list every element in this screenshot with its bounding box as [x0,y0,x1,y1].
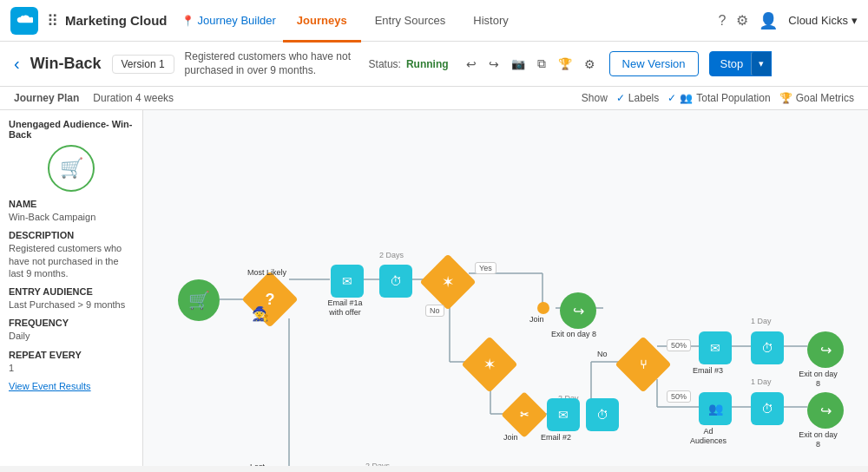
join2-icon: ✂ [508,398,541,431]
nav-tabs: Journeys Entry Sources History [283,0,523,41]
screenshot-icon[interactable]: 📷 [508,54,529,74]
split3-no-label: No [597,350,608,359]
exit3-node[interactable]: ↪ [807,392,844,429]
clock-icon: ⏱ [390,274,402,288]
ad-icon: 👥 [708,402,723,416]
settings-nav-icon[interactable]: ⚙ [736,12,748,29]
left-panel: Unengaged Audience- Win-Back 🛒 NAME Win-… [0,110,143,466]
redo-icon[interactable]: ↪ [485,54,503,75]
join-label: Join [529,315,544,324]
journey-toolbar: ‹ Win-Back Version 1 Registered customer… [0,42,868,87]
split1-icon: ✶ [428,262,468,302]
frequency-value: Daily [9,330,134,342]
email3-label: Email #3 [693,366,723,376]
timer2-node[interactable]: ⏱ [586,398,619,431]
exit3-label: Exit on day 8 [799,430,838,449]
split1-container[interactable]: ✶ [428,262,468,302]
most-likely-label: Most Likely [247,268,286,278]
goal-metrics-toggle[interactable]: 🏆 Goal Metrics [779,92,854,104]
email2-icon: ✉ [558,408,569,422]
email2-node[interactable]: ✉ [547,398,580,431]
decision1-container[interactable]: ? 🧙 [250,279,290,319]
split2-icon: ✶ [470,344,510,384]
copy-icon[interactable]: ⧉ [534,53,549,75]
split3-icon: ⑂ [623,344,663,384]
email3-node[interactable]: ✉ [699,331,732,364]
exit2-node[interactable]: ↪ [807,331,844,368]
split3-container[interactable]: ⑂ [623,344,663,384]
exit-icon: ↪ [573,303,584,319]
breadcrumb-separator: 📍 [181,15,194,27]
day-label-4: 1 Day [751,377,772,386]
view-results-link[interactable]: View Event Results [9,381,134,391]
top-navigation: ⠿ Marketing Cloud 📍 Journey Builder Jour… [0,0,868,42]
entry-audience-label: ENTRY AUDIENCE [9,286,134,297]
email1a-node[interactable]: ✉ [331,265,364,298]
status-label: Status: [369,58,401,70]
last-likely-label: LestLikely [247,462,267,466]
journey-description: Registered customers who have not purcha… [185,50,358,77]
join2-label: Join [503,433,518,442]
split2-container[interactable]: ✶ [470,344,510,384]
journey-name: Win-Back [30,55,102,73]
people-icon: 👥 [680,92,693,104]
tab-journeys[interactable]: Journeys [283,1,361,43]
clock4-icon: ⏱ [761,402,773,416]
journey-canvas[interactable]: 🛒 ? 🧙 Most Likely ✉ Email #1awith offer … [143,110,868,466]
settings-tool-icon[interactable]: ⚙ [581,54,599,75]
journey-plan-label: Journey Plan [14,92,79,104]
undo-icon[interactable]: ↩ [463,54,480,75]
toolbar-actions: ↩ ↪ 📷 ⧉ 🏆 ⚙ [463,53,599,75]
wizard-icon: 🧙 [252,305,269,322]
email-icon: ✉ [342,274,352,288]
repeat-value: 1 [9,362,134,374]
exit1-label: Exit on day 8 [551,330,596,339]
timer3-node[interactable]: ⏱ [751,331,784,364]
clock2-icon: ⏱ [596,408,608,422]
split3-50-top: 50% [667,339,691,351]
stop-dropdown-button[interactable]: ▾ [751,51,772,76]
trophy-icon[interactable]: 🏆 [555,54,575,74]
breadcrumb-journey-builder[interactable]: Journey Builder [198,14,276,27]
email1a-label: Email #1awith offer [321,298,369,318]
stop-button-group: Stop ▾ [709,51,773,76]
day-label-5: 2 Days [365,462,390,466]
timer1-node[interactable]: ⏱ [379,265,412,298]
new-version-button[interactable]: New Version [609,51,699,76]
join2-container[interactable]: ✂ [508,398,541,431]
timer4-node[interactable]: ⏱ [751,392,784,425]
entry-audience-value: Last Purchased > 9 months [9,298,134,311]
show-label: Show [582,92,608,104]
entry-cart-icon: 🛒 [188,290,210,311]
labels-toggle[interactable]: ✓ Labels [616,92,659,104]
help-icon[interactable]: ? [718,13,726,29]
cart-icon: 🛒 [60,157,83,180]
user-avatar-icon[interactable]: 👤 [759,11,778,30]
exit3-icon: ↪ [820,403,832,419]
org-switcher[interactable]: Cloud Kicks ▾ [788,14,858,27]
stop-button[interactable]: Stop [709,51,755,76]
app-grid-icon[interactable]: ⠿ [47,11,58,30]
split1-yes-label: Yes [475,262,496,274]
flow-container: 🛒 ? 🧙 Most Likely ✉ Email #1awith offer … [161,128,838,466]
canvas-area: Unengaged Audience- Win-Back 🛒 NAME Win-… [0,110,868,466]
tab-entry-sources[interactable]: Entry Sources [361,1,460,43]
description-value: Registered customers who have not purcha… [9,242,134,279]
name-value: Win-Back Campaign [9,211,134,223]
tab-history[interactable]: History [459,1,522,43]
total-population-toggle[interactable]: ✓ 👥 Total Population [667,92,770,104]
ad-audiences-node[interactable]: 👥 [699,392,732,425]
day-label-3: 1 Day [751,317,772,325]
name-label: NAME [9,199,134,209]
join-dot [537,302,549,314]
exit1-node[interactable]: ↪ [560,292,596,329]
back-button[interactable]: ‹ [14,54,20,74]
salesforce-logo [10,7,38,35]
audience-title: Unengaged Audience- Win-Back [9,119,134,140]
email2-label: Email #2 [541,433,571,442]
journey-plan-bar: Journey Plan Duration 4 weeks Show ✓ Lab… [0,87,868,110]
entry-node[interactable]: 🛒 [178,279,220,321]
split3-50-bottom: 50% [667,390,691,403]
status-value: Running [406,58,449,70]
ad-audiences-label: AdAudiences [690,427,727,446]
